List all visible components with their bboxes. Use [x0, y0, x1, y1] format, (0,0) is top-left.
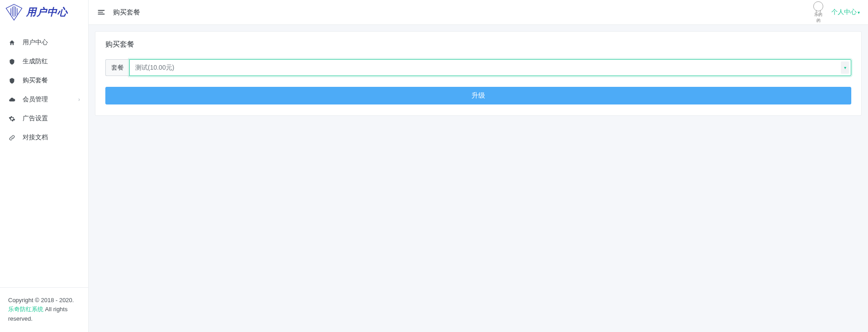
link-icon — [8, 134, 15, 141]
card-title: 购买套餐 — [105, 40, 851, 49]
sidebar-item-buy-package[interactable]: 购买套餐 — [0, 71, 88, 90]
sidebar-item-label: 用户中心 — [23, 38, 48, 47]
package-form-row: 套餐 测试(10.00元) ▾ — [105, 59, 851, 76]
copyright-prefix: Copyright © 2018 - 2020. — [8, 297, 74, 304]
sidebar-item-label: 购买套餐 — [23, 76, 48, 85]
home-icon — [8, 39, 15, 46]
sidebar-item-member-manage[interactable]: 会员管理 › — [0, 90, 88, 109]
shield-icon — [8, 58, 15, 65]
shield-icon — [8, 77, 15, 84]
brand-name: 用户中心 — [26, 5, 68, 19]
nav-menu: 用户中心 生成防红 购买套餐 会员管理 › — [0, 25, 88, 287]
brand: 用户中心 — [0, 0, 88, 25]
sidebar-item-label: 对接文档 — [23, 133, 48, 142]
footer-link[interactable]: 乐奇防红系统 — [8, 306, 43, 313]
sidebar: 用户中心 用户中心 生成防红 购买套餐 — [0, 0, 89, 332]
package-select[interactable]: 测试(10.00元) ▾ — [129, 59, 851, 76]
sidebar-item-label: 广告设置 — [23, 114, 48, 123]
chevron-right-icon: › — [78, 96, 80, 103]
user-menu-label: 个人中心 — [831, 8, 857, 16]
select-label: 套餐 — [105, 59, 129, 76]
gear-icon — [8, 115, 15, 122]
main: 购买套餐 乐的的 个人中心 ▾ 购买套餐 套餐 — [89, 0, 868, 332]
select-value: 测试(10.00元) — [135, 64, 174, 72]
sidebar-item-ad-settings[interactable]: 广告设置 — [0, 109, 88, 128]
buy-package-card: 购买套餐 套餐 测试(10.00元) ▾ 升级 — [95, 31, 862, 116]
menu-toggle-icon[interactable] — [97, 8, 106, 17]
avatar: 乐的的 — [812, 6, 824, 18]
content: 购买套餐 套餐 测试(10.00元) ▾ 升级 — [89, 25, 868, 122]
topbar: 购买套餐 乐的的 个人中心 ▾ — [89, 0, 868, 25]
sidebar-footer: Copyright © 2018 - 2020. 乐奇防红系统 All righ… — [0, 287, 88, 332]
page-title: 购买套餐 — [113, 8, 140, 17]
sidebar-item-label: 生成防红 — [23, 57, 48, 66]
avatar-label: 乐的的 — [812, 12, 824, 24]
chevron-down-icon: ▾ — [841, 62, 849, 74]
sidebar-item-user-center[interactable]: 用户中心 — [0, 33, 88, 52]
upgrade-button[interactable]: 升级 — [105, 87, 851, 104]
sidebar-item-gen-fanghong[interactable]: 生成防红 — [0, 52, 88, 71]
user-menu[interactable]: 个人中心 ▾ — [831, 8, 860, 16]
cloud-icon — [8, 96, 15, 103]
sidebar-item-docs[interactable]: 对接文档 — [0, 128, 88, 147]
sidebar-item-label: 会员管理 — [23, 95, 48, 104]
brand-logo-icon — [5, 3, 24, 22]
chevron-down-icon: ▾ — [858, 10, 860, 15]
